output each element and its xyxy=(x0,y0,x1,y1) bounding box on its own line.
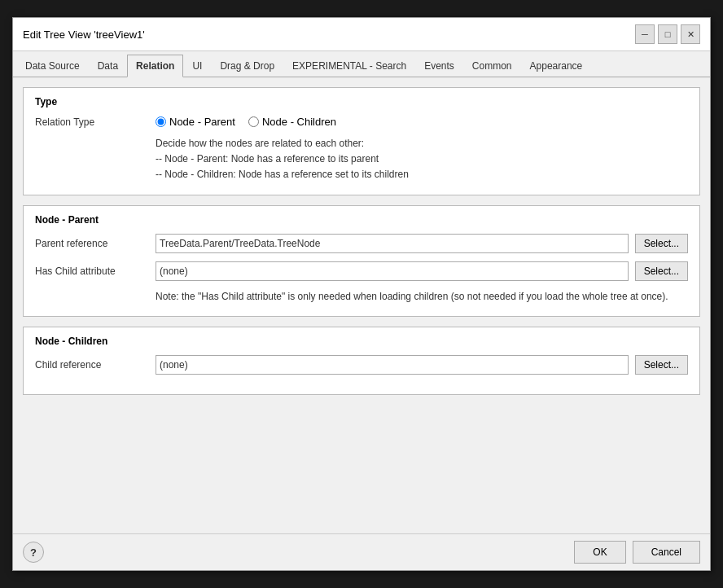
footer-buttons: OK Cancel xyxy=(574,541,700,564)
node-parent-section: Node - Parent Parent reference Select...… xyxy=(23,205,700,317)
title-bar: Edit Tree View 'treeView1' ─ □ ✕ xyxy=(13,18,710,51)
tab-relation[interactable]: Relation xyxy=(127,55,183,77)
tab-common[interactable]: Common xyxy=(463,55,521,77)
radio-node-children-label: Node - Children xyxy=(262,116,336,128)
description-line2: -- Node - Parent: Node has a reference t… xyxy=(156,151,688,167)
tab-experimental[interactable]: EXPERIMENTAL - Search xyxy=(283,55,415,77)
tab-dragdrop[interactable]: Drag & Drop xyxy=(211,55,283,77)
type-section: Type Relation Type Node - Parent Node - … xyxy=(23,87,700,195)
cancel-button[interactable]: Cancel xyxy=(633,541,700,564)
help-button[interactable]: ? xyxy=(23,542,44,563)
parent-reference-label: Parent reference xyxy=(35,238,149,249)
parent-reference-row: Parent reference Select... xyxy=(35,234,688,253)
child-reference-select-button[interactable]: Select... xyxy=(635,355,688,375)
relation-type-radio-group: Node - Parent Node - Children xyxy=(156,116,688,128)
tab-events[interactable]: Events xyxy=(415,55,463,77)
has-child-row: Has Child attribute Select... xyxy=(35,261,688,281)
radio-node-parent[interactable]: Node - Parent xyxy=(156,116,235,128)
child-reference-label: Child reference xyxy=(35,359,149,371)
radio-node-parent-label: Node - Parent xyxy=(169,116,235,128)
radio-node-parent-input[interactable] xyxy=(156,116,166,127)
relation-type-label: Relation Type xyxy=(35,116,149,128)
minimize-button[interactable]: ─ xyxy=(635,24,655,44)
tab-ui[interactable]: UI xyxy=(183,55,211,77)
node-children-section: Node - Children Child reference Select..… xyxy=(23,327,700,395)
relation-type-row: Relation Type Node - Parent Node - Child… xyxy=(35,116,688,128)
dialog-title: Edit Tree View 'treeView1' xyxy=(23,29,145,41)
node-parent-section-title: Node - Parent xyxy=(35,214,688,226)
description-line3: -- Node - Children: Node has a reference… xyxy=(156,167,688,182)
close-button[interactable]: ✕ xyxy=(681,24,700,44)
footer: ? OK Cancel xyxy=(13,533,710,570)
has-child-label: Has Child attribute xyxy=(35,265,149,277)
parent-reference-select-button[interactable]: Select... xyxy=(635,234,688,253)
child-reference-row: Child reference Select... xyxy=(35,355,688,375)
child-reference-input[interactable] xyxy=(156,355,629,375)
radio-node-children[interactable]: Node - Children xyxy=(248,116,336,128)
tab-datasource[interactable]: Data Source xyxy=(16,55,89,77)
tab-bar: Data Source Data Relation UI Drag & Drop… xyxy=(13,51,710,77)
ok-button[interactable]: OK xyxy=(574,541,625,564)
radio-node-children-input[interactable] xyxy=(248,116,259,127)
tab-content: Type Relation Type Node - Parent Node - … xyxy=(13,77,710,533)
title-controls: ─ □ ✕ xyxy=(635,24,700,44)
type-section-title: Type xyxy=(35,96,688,108)
parent-reference-input[interactable] xyxy=(156,234,629,253)
description-line1: Decide how the nodes are related to each… xyxy=(156,136,688,151)
has-child-select-button[interactable]: Select... xyxy=(635,261,688,281)
has-child-input[interactable] xyxy=(156,261,629,281)
tab-appearance[interactable]: Appearance xyxy=(521,55,592,77)
node-children-section-title: Node - Children xyxy=(35,336,688,347)
has-child-note: Note: the "Has Child attribute" is only … xyxy=(156,289,688,305)
type-description: Decide how the nodes are related to each… xyxy=(156,136,688,183)
maximize-button[interactable]: □ xyxy=(658,24,677,44)
tab-data[interactable]: Data xyxy=(89,55,127,77)
dialog: Edit Tree View 'treeView1' ─ □ ✕ Data So… xyxy=(12,17,711,571)
